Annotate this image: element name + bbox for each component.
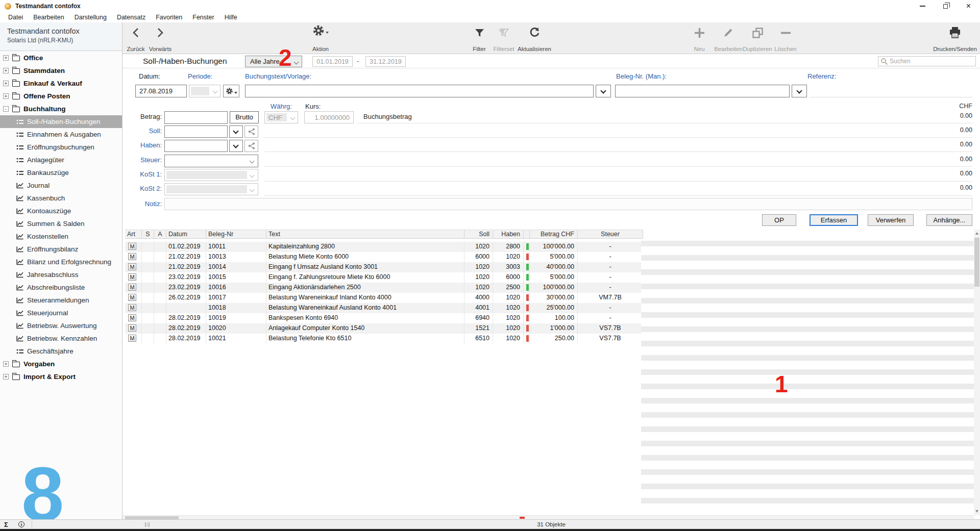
splitter-grip[interactable]	[145, 522, 150, 527]
sidebar-item-office[interactable]: +Office	[0, 52, 122, 64]
sidebar-item-buchhaltung[interactable]: -Buchhaltung	[0, 103, 122, 115]
scrollbar-thumb[interactable]	[974, 238, 979, 287]
sidebar-item-offene-posten[interactable]: +Offene Posten	[0, 90, 122, 103]
sidebar-item-jahresabschluss[interactable]: Jahresabschluss	[0, 268, 122, 281]
op-button[interactable]: OP	[762, 214, 796, 226]
menu-favoriten[interactable]: Favoriten	[151, 14, 187, 21]
date-to-input[interactable]	[365, 56, 406, 67]
kost2-select[interactable]	[164, 183, 258, 195]
sidebar-item-steuerjournal[interactable]: Steuerjournal	[0, 307, 122, 319]
sidebar-item-steueranmeldungen[interactable]: Steueranmeldungen	[0, 294, 122, 307]
menu-hilfe[interactable]: Hilfe	[219, 14, 242, 21]
info-button[interactable]: i	[18, 521, 24, 527]
menu-datei[interactable]: Datei	[3, 14, 28, 21]
menu-darstellung[interactable]: Darstellung	[69, 14, 112, 21]
horizontal-scrollbar[interactable]	[122, 515, 974, 519]
sidebar-item-bilanz-erfolgsrechnung[interactable]: Bilanz und Erfolgsrechnung	[0, 256, 122, 268]
buchungstext-dropdown-button[interactable]	[596, 85, 611, 97]
haben-dropdown-button[interactable]	[229, 140, 243, 152]
sidebar-item-vorgaben[interactable]: +Vorgaben	[0, 358, 122, 370]
search-input[interactable]	[890, 58, 975, 65]
periode-gear-button[interactable]	[223, 85, 239, 97]
column-header-haben[interactable]: Haben	[493, 230, 524, 238]
sidebar-item-betriebsw-auswertung[interactable]: Betriebsw. Auswertung	[0, 319, 122, 332]
table-row[interactable]: M01.02.201910011Kapitaleinzahlung 280010…	[125, 242, 643, 252]
table-row[interactable]: M23.02.201910015Eingang f. Zahlungsretou…	[125, 272, 643, 283]
menu-bearbeiten[interactable]: Bearbeiten	[28, 14, 69, 21]
buchungstext-combobox[interactable]	[245, 85, 594, 97]
expander-icon[interactable]: +	[3, 361, 9, 367]
periode-select[interactable]	[189, 85, 220, 97]
expander-icon[interactable]: +	[3, 81, 9, 86]
sidebar-item-einkauf-verkauf[interactable]: +Einkauf & Verkauf	[0, 77, 122, 90]
haben-split-button[interactable]	[244, 140, 258, 152]
brutto-button[interactable]: Brutto	[230, 111, 259, 123]
expander-icon[interactable]: +	[3, 55, 9, 61]
sidebar-item-journal[interactable]: Journal	[0, 179, 122, 192]
sidebar-item-import-export[interactable]: +Import & Export	[0, 370, 122, 383]
soll-dropdown-button[interactable]	[229, 125, 243, 138]
referenz-input[interactable]	[809, 85, 972, 97]
column-header-beleg[interactable]: Beleg-Nr	[206, 230, 266, 238]
menu-datensatz[interactable]: Datensatz	[112, 14, 151, 21]
soll-input[interactable]	[164, 125, 228, 138]
sidebar-item-anlagegueter[interactable]: Anlagegüter	[0, 154, 122, 166]
column-header-text[interactable]: Text	[266, 230, 464, 238]
column-header-s[interactable]: S	[142, 230, 154, 238]
table-row[interactable]: M10018Belastung Wareneinkauf Ausland Kon…	[125, 303, 643, 313]
soll-split-button[interactable]	[244, 125, 258, 138]
expander-icon[interactable]: +	[3, 68, 9, 73]
column-header-a[interactable]: A	[154, 230, 166, 238]
menu-fenster[interactable]: Fenster	[187, 14, 219, 21]
column-header-soll[interactable]: Soll	[464, 230, 493, 238]
action-button[interactable]: Aktion	[292, 24, 349, 52]
vertical-scrollbar[interactable]	[974, 230, 980, 515]
print-send-button[interactable]: Drucken/Senden	[927, 24, 980, 52]
sidebar-item-kassenbuch[interactable]: Kassenbuch	[0, 192, 122, 205]
refresh-button[interactable]: Aktualisieren	[506, 24, 562, 52]
column-header-steuer[interactable]: Steuer	[578, 230, 643, 238]
expander-icon[interactable]: -	[3, 106, 9, 112]
sidebar-item-kostenstellen[interactable]: Kostenstellen	[0, 230, 122, 243]
anhaenge-button[interactable]: Anhänge...	[926, 214, 972, 226]
kost1-select[interactable]	[164, 169, 258, 181]
sidebar-item-einnahmen-ausgaben[interactable]: Einnahmen & Ausgaben	[0, 128, 122, 141]
sidebar-item-kontoauszuege[interactable]: Kontoauszüge	[0, 205, 122, 217]
table-row[interactable]: M28.02.201910019Bankspesen Konto 6940694…	[125, 313, 643, 323]
table-row[interactable]: M26.02.201910017Belastung Wareneinkauf I…	[125, 293, 643, 303]
beleg-nr-dropdown-button[interactable]	[792, 85, 807, 97]
forward-button[interactable]: Vorwärts	[132, 24, 188, 52]
sidebar-item-betriebsw-kennzahlen[interactable]: Betriebsw. Kennzahlen	[0, 332, 122, 345]
waehrung-select[interactable]: CHF	[264, 111, 298, 123]
sidebar-item-soll-haben-buchungen[interactable]: Soll-/Haben-Buchungen	[0, 115, 122, 128]
close-button[interactable]: ×	[957, 0, 980, 12]
notiz-input[interactable]	[164, 198, 972, 210]
table-row[interactable]: M28.02.201910021Belastung Telefonie Kto …	[125, 334, 643, 344]
table-row[interactable]: M21.02.201910013Belastung Miete Konto 60…	[125, 252, 643, 262]
restore-button[interactable]	[934, 0, 957, 12]
table-row[interactable]: M23.02.201910016Eingang Aktionärsdarlehe…	[125, 283, 643, 293]
haben-input[interactable]	[164, 140, 228, 152]
year-filter-select[interactable]: Alle Jahre	[245, 56, 302, 67]
delete-button[interactable]: Löschen	[757, 24, 814, 52]
sidebar-item-eroeffnungsbilanz[interactable]: Eröffnungsbilanz	[0, 243, 122, 256]
sidebar-item-stammdaten[interactable]: +Stammdaten	[0, 64, 122, 77]
sidebar-item-bankauszuege[interactable]: Bankauszüge	[0, 166, 122, 179]
sidebar-item-summen-salden[interactable]: Summen & Salden	[0, 217, 122, 230]
table-row[interactable]: M21.02.201910014Eingang f Umsatz Ausland…	[125, 262, 643, 272]
steuer-select[interactable]	[164, 155, 258, 167]
sidebar-item-geschaeftsjahre[interactable]: Geschäftsjahre	[0, 345, 122, 358]
betrag-input[interactable]	[164, 111, 228, 124]
sidebar-item-abschreibungsliste[interactable]: Abschreibungsliste	[0, 281, 122, 294]
erfassen-button[interactable]: Erfassen	[810, 214, 858, 226]
kurs-input[interactable]	[304, 111, 354, 123]
date-from-input[interactable]	[312, 56, 353, 67]
expander-icon[interactable]: +	[3, 374, 9, 380]
column-header-art[interactable]: Art	[125, 230, 142, 238]
datum-input[interactable]	[135, 85, 187, 97]
beleg-nr-combobox[interactable]	[615, 85, 790, 97]
expander-icon[interactable]: +	[3, 93, 9, 99]
column-header-datum[interactable]: Datum	[166, 230, 206, 238]
column-header-betrag[interactable]: Betrag CHF	[530, 230, 578, 238]
sum-button[interactable]: Σ	[4, 521, 8, 528]
